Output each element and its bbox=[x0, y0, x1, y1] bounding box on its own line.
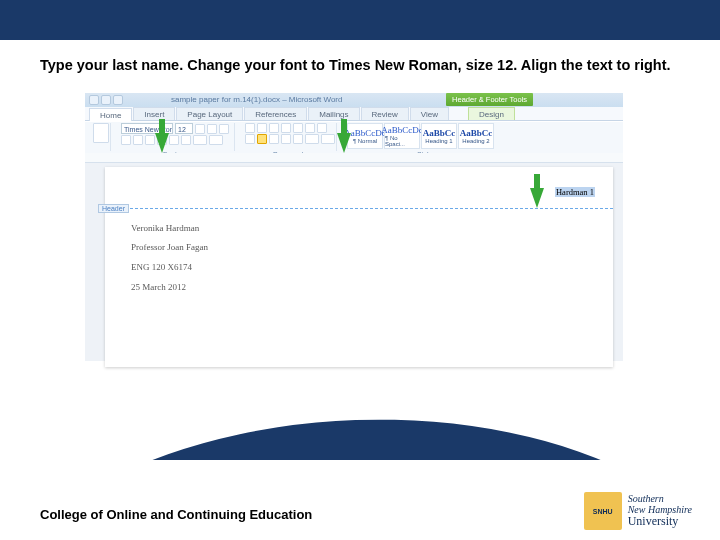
line-spacing-icon[interactable] bbox=[293, 134, 303, 144]
tab-design[interactable]: Design bbox=[468, 107, 515, 120]
context-tab-header-footer: Header & Footer Tools bbox=[446, 93, 533, 106]
numbering-icon[interactable] bbox=[257, 123, 267, 133]
pilcrow-icon[interactable] bbox=[317, 123, 327, 133]
font-group: Times New Rom… 12 Font bbox=[117, 123, 235, 151]
word-screenshot: sample paper for m.14(1).docx – Microsof… bbox=[84, 92, 624, 362]
font-color-icon[interactable] bbox=[193, 135, 207, 145]
paste-button[interactable] bbox=[93, 123, 109, 143]
italic-icon[interactable] bbox=[133, 135, 143, 145]
quick-access-toolbar bbox=[89, 95, 123, 105]
logo-line: University bbox=[628, 515, 692, 528]
ruler bbox=[85, 153, 623, 163]
style-normal[interactable]: AaBbCcDc ¶ Normal bbox=[347, 123, 383, 149]
logo-text: Southern New Hampshire University bbox=[628, 494, 692, 528]
indent-right-icon[interactable] bbox=[293, 123, 303, 133]
callout-arrow-align bbox=[337, 133, 351, 153]
style-heading1[interactable]: AaBbCc Heading 1 bbox=[421, 123, 457, 149]
subscript-icon[interactable] bbox=[169, 135, 179, 145]
font-size-selector[interactable]: 12 bbox=[175, 123, 193, 134]
tab-page-layout[interactable]: Page Layout bbox=[176, 107, 243, 120]
tab-mailings[interactable]: Mailings bbox=[308, 107, 359, 120]
align-right-icon[interactable] bbox=[269, 134, 279, 144]
clipboard-group bbox=[89, 123, 111, 151]
style-sample: AaBbCcDc bbox=[381, 125, 423, 135]
slide-top-bar bbox=[0, 0, 720, 40]
align-center-icon[interactable] bbox=[257, 134, 267, 144]
style-label: Heading 2 bbox=[462, 138, 489, 144]
multilevel-icon[interactable] bbox=[269, 123, 279, 133]
style-sample: AaBbCc bbox=[460, 128, 493, 138]
indent-left-icon[interactable] bbox=[281, 123, 291, 133]
bullets-icon[interactable] bbox=[245, 123, 255, 133]
style-label: ¶ No Spaci... bbox=[385, 135, 419, 147]
instruction-text: Type your last name. Change your font to… bbox=[0, 40, 720, 86]
body-line: Veronika Hardman bbox=[131, 219, 587, 239]
paragraph-group: Paragraph bbox=[241, 123, 337, 151]
sort-icon[interactable] bbox=[305, 123, 315, 133]
undo-icon[interactable] bbox=[113, 95, 123, 105]
callout-arrow-header bbox=[530, 188, 544, 208]
tab-insert[interactable]: Insert bbox=[133, 107, 175, 120]
underline-icon[interactable] bbox=[145, 135, 155, 145]
document-area: Hardman 1 Header Veronika Hardman Profes… bbox=[85, 153, 623, 361]
tab-view[interactable]: View bbox=[410, 107, 449, 120]
borders-icon[interactable] bbox=[321, 134, 335, 144]
grow-font-icon[interactable] bbox=[195, 124, 205, 134]
body-line: ENG 120 X6174 bbox=[131, 258, 587, 278]
snhu-logo: SNHU Southern New Hampshire University bbox=[584, 492, 692, 530]
body-line: Professor Joan Fagan bbox=[131, 238, 587, 258]
save-icon[interactable] bbox=[101, 95, 111, 105]
shrink-font-icon[interactable] bbox=[207, 124, 217, 134]
style-heading2[interactable]: AaBbCc Heading 2 bbox=[458, 123, 494, 149]
footer-area: College of Online and Continuing Educati… bbox=[0, 460, 720, 540]
superscript-icon[interactable] bbox=[181, 135, 191, 145]
header-tag: Header bbox=[98, 204, 129, 213]
tab-home[interactable]: Home bbox=[89, 108, 132, 121]
ribbon-tabs: Home Insert Page Layout References Maili… bbox=[85, 107, 623, 121]
logo-shield-icon: SNHU bbox=[584, 492, 622, 530]
shading-icon[interactable] bbox=[305, 134, 319, 144]
style-label: Heading 1 bbox=[425, 138, 452, 144]
tab-references[interactable]: References bbox=[244, 107, 307, 120]
footer-text: College of Online and Continuing Educati… bbox=[40, 507, 312, 522]
page-body: Veronika Hardman Professor Joan Fagan EN… bbox=[105, 209, 613, 308]
title-bar: sample paper for m.14(1).docx – Microsof… bbox=[85, 93, 623, 107]
header-lastname[interactable]: Hardman 1 bbox=[555, 187, 595, 197]
highlight-icon[interactable] bbox=[209, 135, 223, 145]
styles-group: AaBbCcDc ¶ Normal AaBbCcDc ¶ No Spaci...… bbox=[343, 123, 513, 151]
tab-review[interactable]: Review bbox=[361, 107, 409, 120]
word-icon[interactable] bbox=[89, 95, 99, 105]
bold-icon[interactable] bbox=[121, 135, 131, 145]
style-label: ¶ Normal bbox=[353, 138, 377, 144]
justify-icon[interactable] bbox=[281, 134, 291, 144]
align-left-icon[interactable] bbox=[245, 134, 255, 144]
clear-format-icon[interactable] bbox=[219, 124, 229, 134]
style-sample: AaBbCc bbox=[423, 128, 456, 138]
document-title: sample paper for m.14(1).docx – Microsof… bbox=[171, 95, 342, 104]
body-line: 25 March 2012 bbox=[131, 278, 587, 298]
style-nospacing[interactable]: AaBbCcDc ¶ No Spaci... bbox=[384, 123, 420, 149]
callout-arrow-font bbox=[155, 133, 169, 153]
